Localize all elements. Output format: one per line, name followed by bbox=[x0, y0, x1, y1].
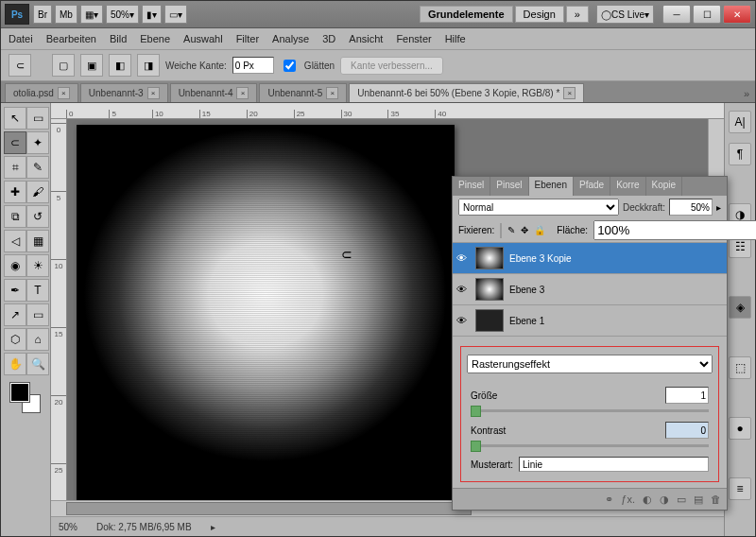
lock-trans-icon[interactable] bbox=[500, 223, 502, 238]
tab-otolia[interactable]: otolia.psd× bbox=[5, 83, 78, 102]
cslive-btn[interactable]: ◯ CS Live ▾ bbox=[596, 5, 654, 24]
menu-ebene[interactable]: Ebene bbox=[140, 33, 170, 44]
close-icon[interactable]: × bbox=[58, 87, 70, 99]
menu-filter[interactable]: Filter bbox=[236, 33, 259, 44]
tab-unbenannt6[interactable]: Unbenannt-6 bei 50% (Ebene 3 Kopie, RGB/… bbox=[349, 83, 584, 102]
folder-icon[interactable]: ▭ bbox=[677, 494, 686, 506]
layer-row[interactable]: 👁 Ebene 1 bbox=[453, 305, 727, 337]
feather-input[interactable] bbox=[232, 57, 274, 74]
fx-icon[interactable]: ƒx. bbox=[621, 494, 635, 505]
history-tool[interactable]: ↺ bbox=[26, 205, 49, 228]
hand-tool[interactable]: ✋ bbox=[4, 353, 26, 375]
tab-korre[interactable]: Korre bbox=[610, 177, 645, 196]
fg-color[interactable] bbox=[10, 383, 29, 402]
layer-row[interactable]: 👁 Ebene 3 bbox=[453, 274, 727, 305]
workspace-more[interactable]: » bbox=[566, 6, 589, 23]
path-tool[interactable]: ↗ bbox=[4, 303, 26, 326]
menu-ansicht[interactable]: Ansicht bbox=[349, 33, 383, 44]
contrast-input[interactable] bbox=[665, 422, 709, 439]
size-slider[interactable] bbox=[471, 409, 709, 412]
type-panel-icon[interactable]: A| bbox=[729, 111, 751, 133]
layer-name[interactable]: Ebene 3 bbox=[509, 285, 544, 295]
heal-tool[interactable]: ✚ bbox=[4, 181, 26, 203]
sel-new-icon[interactable]: ▢ bbox=[52, 54, 75, 77]
pattern-input[interactable] bbox=[519, 457, 709, 472]
minimize-btn[interactable]: ─ bbox=[662, 5, 691, 24]
adjustment-icon[interactable]: ◑ bbox=[660, 494, 669, 506]
brush-tool[interactable]: 🖌 bbox=[26, 181, 49, 203]
visibility-icon[interactable]: 👁 bbox=[456, 284, 470, 295]
dodge-tool[interactable]: ☀ bbox=[26, 254, 49, 277]
sel-sub-icon[interactable]: ◧ bbox=[109, 54, 131, 77]
tab-pinsel2[interactable]: Pinsel bbox=[490, 177, 528, 196]
menu-auswahl[interactable]: Auswahl bbox=[183, 33, 223, 44]
lock-brush-icon[interactable]: ✎ bbox=[507, 225, 515, 235]
close-icon[interactable]: × bbox=[563, 87, 576, 99]
view-extras-btn[interactable]: ▦▾ bbox=[80, 5, 103, 24]
new-layer-icon[interactable]: ▤ bbox=[694, 494, 703, 506]
pen-tool[interactable]: ✒ bbox=[4, 279, 26, 302]
eraser-tool[interactable]: ◁ bbox=[4, 230, 26, 252]
layers-panel-icon[interactable]: ◈ bbox=[729, 296, 751, 319]
lock-all-icon[interactable]: 🔒 bbox=[534, 225, 545, 235]
workspace-design[interactable]: Design bbox=[515, 6, 564, 23]
shape-tool[interactable]: ▭ bbox=[26, 303, 49, 326]
layer-thumb[interactable] bbox=[475, 278, 504, 301]
status-zoom[interactable]: 50% bbox=[59, 522, 77, 532]
tabs-overflow[interactable]: » bbox=[738, 85, 755, 102]
tab-unbenannt3[interactable]: Unbenannt-3× bbox=[80, 83, 168, 102]
tab-pinsel[interactable]: Pinsel bbox=[453, 177, 490, 196]
layer-name[interactable]: Ebene 3 Kopie bbox=[509, 253, 572, 264]
bridge-btn[interactable]: Br bbox=[33, 5, 52, 24]
size-input[interactable] bbox=[665, 387, 709, 404]
fill-input[interactable] bbox=[593, 220, 756, 240]
visibility-icon[interactable]: 👁 bbox=[456, 252, 470, 264]
lock-move-icon[interactable]: ✥ bbox=[521, 225, 528, 235]
3d-tool[interactable]: ⬡ bbox=[4, 328, 26, 351]
chevron-icon[interactable]: ▸ bbox=[716, 202, 721, 213]
marquee-tool[interactable]: ▭ bbox=[26, 107, 49, 130]
eyedropper-tool[interactable]: ✎ bbox=[26, 156, 49, 179]
crop-tool[interactable]: ⌗ bbox=[4, 156, 26, 179]
stamp-tool[interactable]: ⧉ bbox=[4, 205, 26, 228]
menu-3d[interactable]: 3D bbox=[322, 33, 335, 44]
layer-row[interactable]: 👁 Ebene 3 Kopie bbox=[453, 243, 727, 274]
blend-mode-select[interactable]: Normal bbox=[458, 199, 619, 216]
opacity-input[interactable] bbox=[669, 199, 713, 216]
menu-bild[interactable]: Bild bbox=[110, 33, 127, 44]
contrast-slider[interactable] bbox=[471, 444, 709, 447]
color-swatch[interactable] bbox=[10, 383, 41, 413]
blur-tool[interactable]: ◉ bbox=[4, 254, 26, 277]
workspace-grundelemente[interactable]: Grundelemente bbox=[420, 6, 513, 23]
tab-unbenannt4[interactable]: Unbenannt-4× bbox=[170, 83, 258, 102]
close-icon[interactable]: × bbox=[147, 87, 160, 99]
screenmode-btn[interactable]: ▭▾ bbox=[164, 5, 187, 24]
status-arrow-icon[interactable]: ▸ bbox=[211, 522, 215, 532]
zoom-tool[interactable]: 🔍 bbox=[26, 353, 49, 375]
layer-name[interactable]: Ebene 1 bbox=[509, 316, 544, 326]
tab-kopie[interactable]: Kopie bbox=[646, 177, 683, 196]
refine-edge-btn[interactable]: Kante verbessern... bbox=[340, 57, 443, 75]
link-icon[interactable]: ⚭ bbox=[605, 494, 613, 506]
menu-hilfe[interactable]: Hilfe bbox=[445, 33, 466, 44]
brush-panel-icon[interactable]: ● bbox=[729, 417, 751, 440]
minibridge-btn[interactable]: Mb bbox=[55, 5, 77, 24]
layer-thumb[interactable] bbox=[475, 247, 504, 269]
close-btn[interactable]: ✕ bbox=[723, 5, 751, 24]
mask-icon[interactable]: ◐ bbox=[643, 494, 652, 506]
sel-intersect-icon[interactable]: ◨ bbox=[137, 54, 160, 77]
close-icon[interactable]: × bbox=[326, 87, 338, 99]
arrange-btn[interactable]: ▮▾ bbox=[142, 5, 162, 24]
zoom-level-btn[interactable]: 50% ▾ bbox=[106, 5, 139, 24]
menu-fenster[interactable]: Fenster bbox=[396, 33, 431, 44]
effect-select[interactable]: Rasterungseffekt bbox=[467, 355, 713, 373]
camera-tool[interactable]: ⌂ bbox=[26, 328, 49, 351]
lasso-tool[interactable]: ⊂ bbox=[4, 131, 26, 154]
close-icon[interactable]: × bbox=[236, 87, 249, 99]
menu-analyse[interactable]: Analyse bbox=[272, 33, 309, 44]
presets-panel-icon[interactable]: ≡ bbox=[729, 477, 751, 500]
wand-tool[interactable]: ✦ bbox=[26, 131, 49, 154]
transform-panel-icon[interactable]: ⬚ bbox=[729, 356, 751, 379]
tab-ebenen[interactable]: Ebenen bbox=[529, 177, 574, 196]
menu-bearbeiten[interactable]: Bearbeiten bbox=[46, 33, 96, 44]
